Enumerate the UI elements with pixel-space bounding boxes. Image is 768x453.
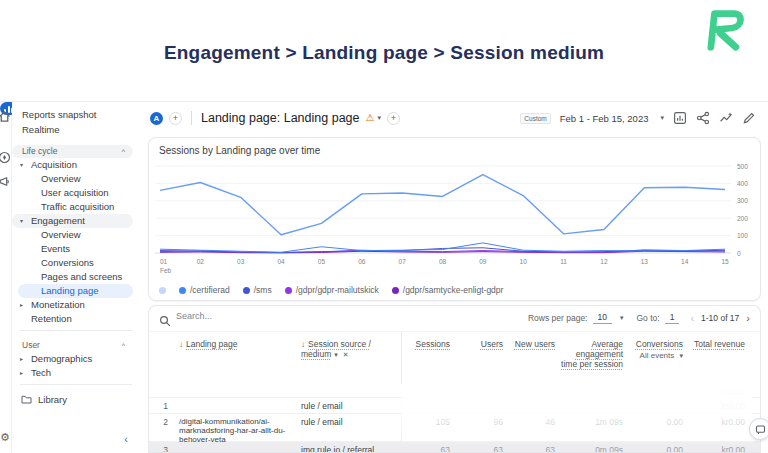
svg-text:0: 0 [737,250,741,257]
column-header-new-users[interactable]: New users [509,332,561,384]
feedback-button[interactable] [749,418,768,440]
column-header-label: Conversions [636,339,683,349]
rows-per-page-value: 10 [598,312,607,322]
rows-per-page-label: Rows per page: [528,313,588,323]
column-header-average-engagement-time-per-session[interactable]: Average engagement time per session [561,332,629,384]
column-header-session-source-medium[interactable]: ↓Session source / medium▾✕ [293,332,401,384]
sidebar-item-traffic-acquisition[interactable]: Traffic acquisition [12,200,140,214]
rows-per-page-caret-icon[interactable]: ▾ [620,314,624,322]
sidebar-item-user[interactable]: User^ [12,339,133,352]
row-number [149,384,171,397]
sidebar-item-label: Reports snapshot [22,107,96,122]
table-row: 2/digital-kommunikation/ai-marknadsforin… [149,414,760,442]
table-search-input[interactable] [176,311,326,321]
sidebar-item-demographics[interactable]: ▸Demographics [12,352,133,366]
table-row: kr0.00 [149,384,760,398]
svg-text:08: 08 [439,258,447,265]
legend-label: /sms [254,285,272,295]
report-caret-down-icon[interactable]: ▾ [377,114,381,122]
legend-dot-icon [392,287,399,294]
sidebar-item-label: Events [41,242,70,256]
legend-item-sms[interactable]: /sms [243,285,272,295]
legend-item-gdpr-samtycke-enligt-gdpr[interactable]: /gdpr/samtycke-enligt-gdpr [392,285,504,295]
sidebar-item-label: Demographics [31,352,92,366]
folder-icon [21,394,32,407]
date-custom-chip: Custom [520,113,550,124]
source-medium-cell [293,384,401,397]
metric-cell [561,384,629,397]
sidebar-item-realtime[interactable]: Realtime [12,122,140,137]
sort-down-icon: ↓ [301,340,305,349]
sidebar-item-label: Conversions [41,256,94,270]
sidebar-item-label: Realtime [22,122,60,137]
comparisons-icon[interactable] [673,111,687,125]
column-header-sessions[interactable]: Sessions [401,332,456,384]
metric-cell [456,384,509,397]
sessions-chart-card: Sessions by Landing page over time 01002… [148,137,761,301]
sidebar-collapse-icon[interactable]: ‹ [124,434,128,445]
sidebar-item-label: User [22,339,40,352]
svg-text:13: 13 [641,258,649,265]
column-subheader[interactable]: All events ▾ [629,351,683,360]
legend-dot-icon [179,287,186,294]
column-header-users[interactable]: Users [456,332,509,384]
sidebar-item-conversions[interactable]: Conversions [12,256,140,270]
legend-item-gdpr-gdpr-mailutskick[interactable]: /gdpr/gdpr-mailutskick [285,285,379,295]
chevron-up-icon: ^ [122,339,125,352]
sidebar-item-life-cycle[interactable]: Life cycle^ [12,145,133,158]
svg-text:Feb: Feb [160,267,172,274]
rows-per-page-select[interactable]: 10 [593,312,612,324]
sidebar-item-landing-page[interactable]: Landing page [18,284,133,298]
table-body: kr0.001rule / emailkr0.002/digital-kommu… [149,384,760,453]
svg-text:200: 200 [737,215,748,222]
sidebar-item-overview[interactable]: Overview [12,172,140,186]
legend-dot-icon [243,287,250,294]
segment-chip[interactable]: A [150,112,163,125]
insights-icon[interactable] [719,111,733,125]
next-page-icon[interactable]: › [746,312,750,324]
subheader-caret-down-icon: ▾ [679,352,683,359]
warning-icon[interactable]: ⚠ [365,113,374,123]
column-header-label: New users [515,339,555,349]
line-chart-svg: 0100200300400500010203040506070809101112… [155,161,759,279]
metric-cell [509,398,561,413]
goto-page-input[interactable]: 1 [665,312,680,324]
add-dimension-button[interactable]: + [387,112,400,125]
metric-cell: kr0.00 [689,398,751,413]
date-caret-down-icon[interactable]: ▾ [660,114,664,122]
legend-dot-icon [159,287,166,294]
sidebar-item-engagement[interactable]: ▾Engagement [12,214,133,228]
edit-pencil-icon[interactable] [742,111,756,125]
date-range-selector[interactable]: Feb 1 - Feb 15, 2023 [560,113,649,124]
sidebar-item-events[interactable]: Events [12,242,140,256]
settings-gear-icon[interactable]: ⚙ [0,432,10,443]
legend-item-item[interactable] [159,287,166,294]
sidebar-item-library[interactable]: Library [12,392,140,407]
sidebar-item-user-acquisition[interactable]: User acquisition [12,186,140,200]
metric-cell: 1m 09s [561,414,629,441]
share-icon[interactable] [696,111,710,125]
remove-column-icon[interactable]: ✕ [343,351,349,358]
metric-cell [629,384,689,397]
sidebar-item-acquisition[interactable]: ▾Acquisition [12,158,133,172]
legend-label: /gdpr/samtycke-enligt-gdpr [403,285,504,295]
sidebar-item-label: Life cycle [22,145,57,158]
sidebar-item-retention[interactable]: Retention [12,312,140,326]
svg-text:03: 03 [237,258,245,265]
sidebar-item-label: Engagement [31,214,85,228]
column-header-total-revenue[interactable]: Total revenue [689,332,751,384]
column-header-conversions[interactable]: ConversionsAll events ▾ [629,332,689,384]
sidebar-item-reports-snapshot[interactable]: Reports snapshot [12,107,140,122]
legend-item-certifierad[interactable]: /certifierad [179,285,230,295]
sidebar-item-pages-and-screens[interactable]: Pages and screens [12,270,140,284]
sidebar-item-label: Library [38,392,67,407]
sidebar-item-overview[interactable]: Overview [12,228,140,242]
metric-cell: kr0.00 [689,384,751,397]
prev-page-icon[interactable]: ‹ [690,312,694,324]
add-comparison-button[interactable]: + [169,112,182,125]
sidebar-item-monetization[interactable]: ▸Monetization [12,298,133,312]
column-header-landing-page[interactable]: ↓Landing page [171,332,293,384]
sidebar-item-tech[interactable]: ▸Tech [12,366,133,380]
column-caret-down-icon[interactable]: ▾ [334,351,338,358]
metric-cell [401,398,456,413]
